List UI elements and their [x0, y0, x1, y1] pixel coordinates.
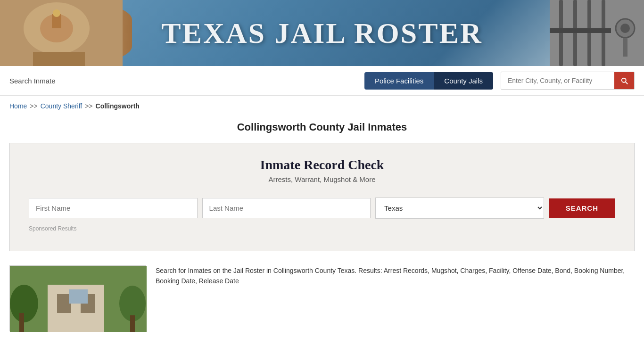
state-select[interactable]: AlabamaAlaskaArizonaArkansasCaliforniaCo… — [375, 197, 544, 219]
breadcrumb-county-sheriff[interactable]: County Sheriff — [41, 102, 82, 110]
breadcrumb-current: Collingsworth — [96, 102, 140, 110]
bottom-description: Search for Inmates on the Jail Roster in… — [156, 265, 635, 287]
svg-point-5 — [53, 9, 60, 17]
record-check-title: Inmate Record Check — [29, 157, 615, 173]
svg-rect-14 — [623, 38, 627, 57]
last-name-input[interactable] — [202, 198, 371, 218]
record-search-button[interactable]: SEARCH — [549, 198, 615, 218]
record-check-container: Inmate Record Check Arrests, Warrant, Mu… — [9, 143, 635, 251]
svg-rect-23 — [130, 315, 135, 332]
search-icon — [620, 76, 628, 85]
capitol-building-image — [0, 0, 132, 66]
county-jails-tab[interactable]: County Jails — [434, 72, 493, 90]
navbar: Search Inmate Police Facilities County J… — [0, 66, 644, 96]
record-check-form: AlabamaAlaskaArizonaArkansasCaliforniaCo… — [29, 197, 615, 219]
svg-rect-22 — [19, 313, 24, 332]
facility-search-input[interactable] — [501, 73, 614, 89]
search-inmate-label: Search Inmate — [9, 77, 56, 85]
breadcrumb-home[interactable]: Home — [9, 102, 27, 110]
facility-search-button[interactable] — [614, 72, 634, 89]
site-title: Texas Jail Roster — [161, 16, 483, 50]
facility-search-wrapper — [501, 72, 635, 90]
collingsworth-building-image — [9, 265, 146, 331]
breadcrumb-sep1: >> — [30, 102, 37, 110]
page-title-section: Collingsworth County Jail Inmates — [0, 116, 644, 143]
svg-rect-2 — [33, 52, 85, 66]
breadcrumb-sep2: >> — [85, 102, 92, 110]
sponsored-results-label: Sponsored Results — [29, 225, 615, 232]
nav-tabs: Police Facilities County Jails — [364, 72, 493, 90]
header-banner: Texas Jail Roster — [0, 0, 644, 66]
page-title: Collingsworth County Jail Inmates — [9, 121, 635, 133]
svg-rect-19 — [69, 289, 88, 304]
svg-point-13 — [620, 24, 630, 33]
jail-keys-image — [550, 0, 644, 66]
record-check-subtitle: Arrests, Warrant, Mugshot & More — [29, 175, 615, 183]
bottom-section: Search for Inmates on the Jail Roster in… — [0, 261, 644, 336]
first-name-input[interactable] — [29, 198, 198, 218]
police-facilities-tab[interactable]: Police Facilities — [364, 72, 434, 90]
svg-rect-11 — [550, 28, 611, 33]
breadcrumb: Home >> County Sheriff >> Collingsworth — [0, 96, 644, 116]
